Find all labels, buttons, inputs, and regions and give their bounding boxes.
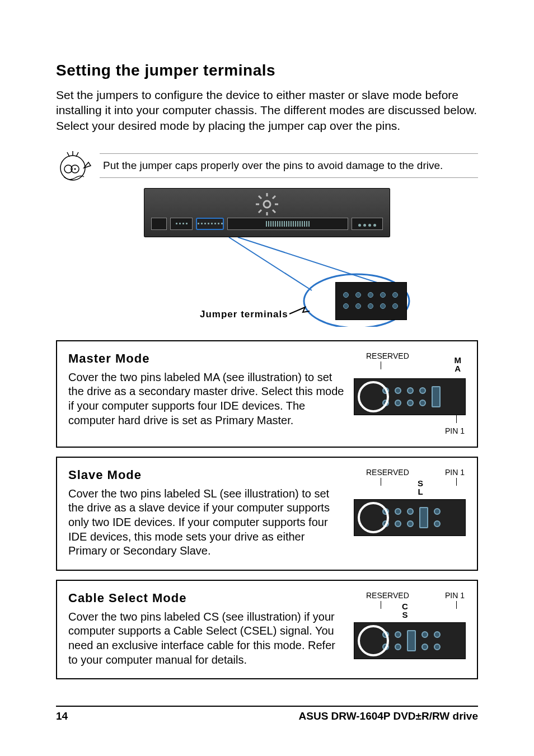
pin1-label: PIN 1 (445, 591, 465, 600)
jumper-cap (407, 630, 416, 651)
slave-mode-box: Slave Mode Cover the two pins labeled SL… (56, 457, 478, 571)
slave-mode-diagram: RESERVED PIN 1 S L (354, 468, 466, 539)
master-mode-heading: Master Mode (68, 351, 345, 366)
drive-rear-panel (144, 188, 390, 237)
section-heading: Setting the jumper terminals (56, 62, 478, 79)
svg-point-3 (74, 168, 76, 170)
jumper-callout: Jumper terminals (110, 237, 424, 327)
master-col-l2: A (455, 364, 462, 373)
cable-mode-body: Cover the two pins labeled CS (see illus… (68, 610, 345, 667)
jumper-port (196, 218, 224, 230)
master-col-l1: M (455, 356, 462, 364)
cable-mode-diagram: RESERVED PIN 1 C S (354, 591, 466, 663)
slave-mode-body: Cover the two pins labeled SL (see illus… (68, 487, 345, 558)
jumper-zoom-panel (335, 282, 407, 320)
slave-col-l2: L (418, 487, 423, 496)
jumper-callout-label: Jumper terminals (200, 309, 288, 320)
fan-icon (254, 193, 280, 215)
footer-title: ASUS DRW-1604P DVD±R/RW drive (299, 710, 478, 722)
reserved-label: RESERVED (366, 351, 409, 360)
port-small (151, 218, 167, 230)
slave-col-l1: S (418, 479, 423, 487)
pin1-label: PIN 1 (445, 468, 465, 477)
port-row (151, 217, 383, 231)
svg-point-4 (264, 201, 270, 208)
master-mode-diagram: RESERVED M A PIN 1 (354, 351, 466, 435)
audio-port (170, 218, 193, 230)
reserved-label: RESERVED (366, 591, 409, 600)
cable-col-l2: S (402, 611, 408, 619)
page-number: 14 (56, 710, 68, 722)
note-row: Put the jumper caps properly over the pi… (56, 149, 478, 182)
reserved-label: RESERVED (366, 468, 409, 477)
note-icon (56, 149, 92, 182)
cable-select-mode-box: Cable Select Mode Cover the two pins lab… (56, 580, 478, 679)
master-mode-body: Cover the two pins labeled MA (see illus… (68, 370, 345, 428)
jumper-cap (432, 386, 441, 407)
cable-col-l1: C (402, 602, 408, 611)
document-page: Setting the jumper terminals Set the jum… (0, 0, 534, 756)
intro-paragraph: Set the jumpers to configure the device … (56, 87, 478, 133)
slave-mode-heading: Slave Mode (68, 468, 345, 482)
ide-port (227, 218, 348, 230)
master-mode-box: Master Mode Cover the two pins labeled M… (56, 340, 478, 448)
note-text: Put the jumper caps properly over the pi… (100, 153, 478, 178)
jumper-cap (419, 507, 428, 528)
pin1-label: PIN 1 (445, 426, 465, 435)
power-port (352, 218, 383, 230)
drive-rear-figure: Jumper terminals (56, 188, 478, 327)
cable-mode-heading: Cable Select Mode (68, 591, 345, 605)
page-footer: 14 ASUS DRW-1604P DVD±R/RW drive (56, 706, 478, 722)
